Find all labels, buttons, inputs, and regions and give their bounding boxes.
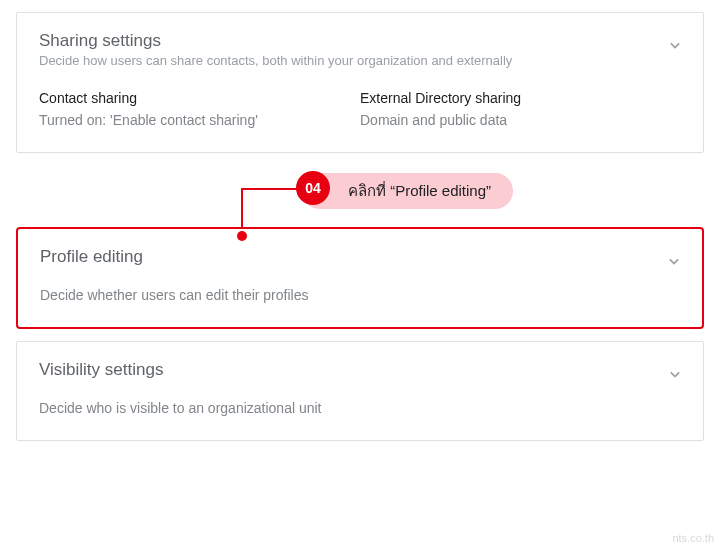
card-title: Visibility settings [39, 360, 681, 380]
leader-dot [237, 231, 247, 241]
profile-editing-card[interactable]: Profile editing Decide whether users can… [16, 227, 704, 329]
callout-pill: คลิกที่ “Profile editing” [302, 173, 513, 209]
column-value: Turned on: 'Enable contact sharing' [39, 112, 360, 128]
visibility-settings-card[interactable]: Visibility settings Decide who is visibl… [16, 341, 704, 441]
chevron-down-icon[interactable] [664, 251, 684, 271]
step-number: 04 [305, 180, 321, 196]
card-description: Decide who is visible to an organization… [39, 400, 681, 416]
card-description: Decide whether users can edit their prof… [40, 287, 680, 303]
chevron-down-icon[interactable] [665, 35, 685, 55]
sharing-settings-card[interactable]: Sharing settings Decide how users can sh… [16, 12, 704, 153]
leader-line-horizontal [241, 188, 297, 190]
sharing-columns: Contact sharing Turned on: 'Enable conta… [39, 90, 681, 128]
column-value: Domain and public data [360, 112, 681, 128]
card-subtitle: Decide how users can share contacts, bot… [39, 53, 681, 68]
column-label: Contact sharing [39, 90, 360, 106]
watermark: nts.co.th [672, 532, 714, 544]
card-title: Sharing settings [39, 31, 681, 51]
card-title: Profile editing [40, 247, 680, 267]
external-directory-column: External Directory sharing Domain and pu… [360, 90, 681, 128]
contact-sharing-column: Contact sharing Turned on: 'Enable conta… [39, 90, 360, 128]
column-label: External Directory sharing [360, 90, 681, 106]
step-number-badge: 04 [296, 171, 330, 205]
chevron-down-icon[interactable] [665, 364, 685, 384]
callout-text: คลิกที่ “Profile editing” [348, 182, 491, 199]
step-callout: คลิกที่ “Profile editing” 04 [16, 169, 704, 227]
